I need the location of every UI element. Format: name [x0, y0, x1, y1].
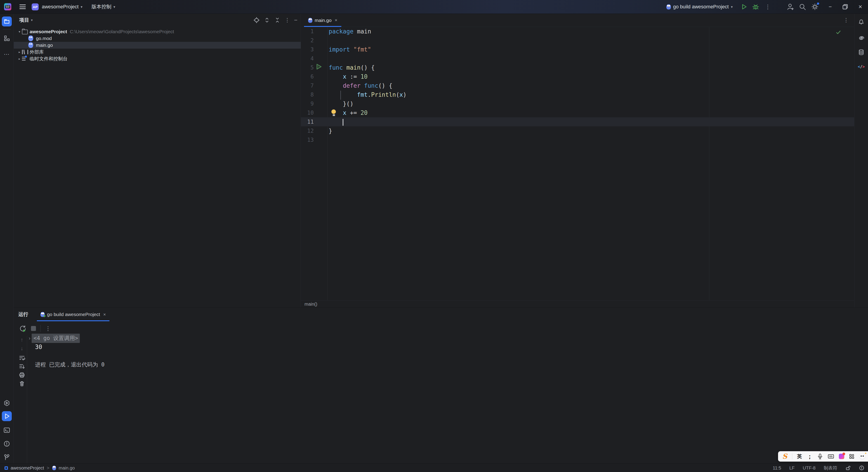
- project-panel-title[interactable]: 项目: [19, 17, 29, 24]
- maximize-button[interactable]: [842, 4, 848, 10]
- tree-item-main.go[interactable]: main.go: [14, 42, 310, 49]
- run-panel-title[interactable]: 运行: [18, 311, 28, 318]
- code-editor[interactable]: 1package main23import "fmt"45func main()…: [301, 27, 854, 301]
- line-number[interactable]: 12: [301, 126, 314, 135]
- run-gutter-icon[interactable]: [316, 64, 322, 70]
- ime-toolbox-icon[interactable]: [849, 454, 855, 459]
- locate-icon[interactable]: [253, 17, 260, 23]
- chevron-down-icon: ▾: [81, 5, 83, 9]
- services-tool-button[interactable]: [2, 398, 12, 408]
- ai-assistant-icon[interactable]: [856, 33, 866, 43]
- run-tool-button[interactable]: [2, 411, 12, 421]
- mic-icon[interactable]: [817, 453, 823, 459]
- run-button[interactable]: [741, 3, 747, 10]
- stop-button[interactable]: [31, 326, 36, 331]
- chevron-right-icon[interactable]: ▸: [17, 50, 22, 54]
- project-avatar[interactable]: AP: [32, 3, 39, 10]
- chevron-right-icon[interactable]: ▸: [17, 57, 22, 61]
- tree-item-临时文件和控制台[interactable]: ▸临时文件和控制台: [14, 55, 304, 62]
- fold-arrow-icon[interactable]: ›: [29, 334, 30, 343]
- next-occurrence-icon[interactable]: ↓: [17, 344, 27, 352]
- code-text: defer func() {: [329, 81, 393, 90]
- line-number[interactable]: 2: [301, 36, 314, 45]
- settings-gear-icon[interactable]: [811, 3, 819, 11]
- hide-panel-icon[interactable]: −: [294, 17, 298, 24]
- line-number[interactable]: 10: [301, 108, 314, 117]
- keyboard-icon[interactable]: [828, 454, 834, 459]
- main-menu-icon[interactable]: [20, 4, 26, 9]
- line-number[interactable]: 9: [301, 99, 314, 108]
- tab-close-icon[interactable]: ×: [335, 18, 338, 23]
- line-number[interactable]: 5: [301, 63, 314, 72]
- indent-widget[interactable]: 制表符: [824, 465, 837, 471]
- search-icon[interactable]: [799, 3, 806, 10]
- minimize-button[interactable]: −: [829, 4, 832, 9]
- breadcrumb[interactable]: main(): [301, 300, 854, 308]
- ime-skin-icon[interactable]: [839, 454, 844, 459]
- tree-item-awesomeProject[interactable]: ▾awesomeProjectC:\Users\meowr\GolandProj…: [14, 28, 304, 35]
- line-number[interactable]: 4: [301, 54, 314, 63]
- run-tab-close-icon[interactable]: ×: [103, 312, 106, 317]
- structure-tool-button[interactable]: [2, 33, 12, 43]
- code-line-11: 11: [301, 117, 854, 126]
- rerun-button[interactable]: [19, 325, 26, 332]
- status-project[interactable]: awesomeProject: [11, 466, 44, 471]
- line-number[interactable]: 8: [301, 90, 314, 99]
- status-widgets: 11:5 LF UTF-8 制表符: [773, 465, 864, 471]
- problems-tool-button[interactable]: [2, 439, 12, 449]
- line-number[interactable]: 13: [301, 135, 314, 145]
- print-icon[interactable]: [17, 371, 27, 379]
- debug-button[interactable]: [752, 3, 759, 10]
- vcs-label: 版本控制: [92, 3, 112, 10]
- process-exit-message: 进程 已完成，退出代码为 0: [35, 360, 104, 369]
- editor-more-icon[interactable]: ⋮: [843, 17, 849, 23]
- title-bar: GO AP awesomeProject ▾ 版本控制 ▾ go build a…: [0, 0, 868, 14]
- run-more-icon[interactable]: ⋮: [45, 325, 51, 332]
- status-file[interactable]: main.go: [59, 466, 75, 471]
- database-icon[interactable]: [856, 47, 866, 57]
- line-number[interactable]: 3: [301, 45, 314, 54]
- tab-main-go[interactable]: main.go ×: [304, 14, 341, 27]
- terminal-tool-button[interactable]: [2, 425, 12, 435]
- more-tools-icon[interactable]: …: [2, 48, 12, 58]
- info-icon[interactable]: [859, 465, 864, 471]
- goland-logo-icon[interactable]: GO: [4, 3, 11, 10]
- panel-options-icon[interactable]: ⋮: [285, 17, 290, 23]
- breadcrumb-separator: >: [47, 466, 50, 471]
- intention-bulb-icon[interactable]: [331, 109, 336, 116]
- line-number[interactable]: 11: [301, 117, 314, 126]
- add-user-icon[interactable]: [786, 3, 794, 11]
- line-number[interactable]: 6: [301, 72, 314, 81]
- line-ending-widget[interactable]: LF: [789, 466, 795, 471]
- run-tab-go-build[interactable]: go build awesomeProject ×: [37, 308, 110, 321]
- run-config-selector[interactable]: go build awesomeProject ▾: [666, 4, 733, 10]
- unlock-icon[interactable]: [845, 465, 851, 471]
- project-tool-button[interactable]: [2, 17, 12, 27]
- vcs-menu[interactable]: 版本控制 ▾: [92, 3, 115, 10]
- close-button[interactable]: ×: [859, 4, 862, 10]
- breadcrumb-item[interactable]: main(): [305, 302, 317, 307]
- project-selector[interactable]: awesomeProject ▾: [42, 4, 83, 10]
- caret-position-widget[interactable]: 11:5: [773, 466, 781, 471]
- line-number[interactable]: 1: [301, 27, 314, 36]
- folded-command[interactable]: <4 go 设置调用>: [32, 334, 80, 343]
- expand-all-icon[interactable]: [264, 17, 270, 23]
- sogou-icon[interactable]: S: [782, 453, 787, 460]
- ime-language-mode[interactable]: 英: [797, 453, 802, 460]
- ime-ai-face-icon[interactable]: [859, 453, 866, 460]
- scroll-to-end-icon[interactable]: [17, 363, 27, 371]
- git-tool-button[interactable]: [2, 452, 12, 462]
- clear-console-icon[interactable]: [17, 380, 27, 388]
- ime-punctuation-icon[interactable]: ；: [807, 455, 813, 458]
- more-actions-icon[interactable]: ⋮: [765, 4, 771, 10]
- encoding-widget[interactable]: UTF-8: [803, 466, 815, 471]
- tree-item-外部库[interactable]: ▸外部库: [14, 49, 304, 55]
- collapse-all-icon[interactable]: [274, 17, 281, 23]
- chevron-down-icon[interactable]: ▾: [17, 30, 22, 33]
- soft-wrap-icon[interactable]: [17, 354, 27, 362]
- prev-occurrence-icon[interactable]: ↑: [17, 336, 27, 344]
- endpoints-icon[interactable]: </>: [856, 62, 866, 72]
- line-number[interactable]: 7: [301, 81, 314, 90]
- tree-item-go.mod[interactable]: go.mod: [14, 35, 310, 42]
- notifications-bell-icon[interactable]: [856, 17, 866, 27]
